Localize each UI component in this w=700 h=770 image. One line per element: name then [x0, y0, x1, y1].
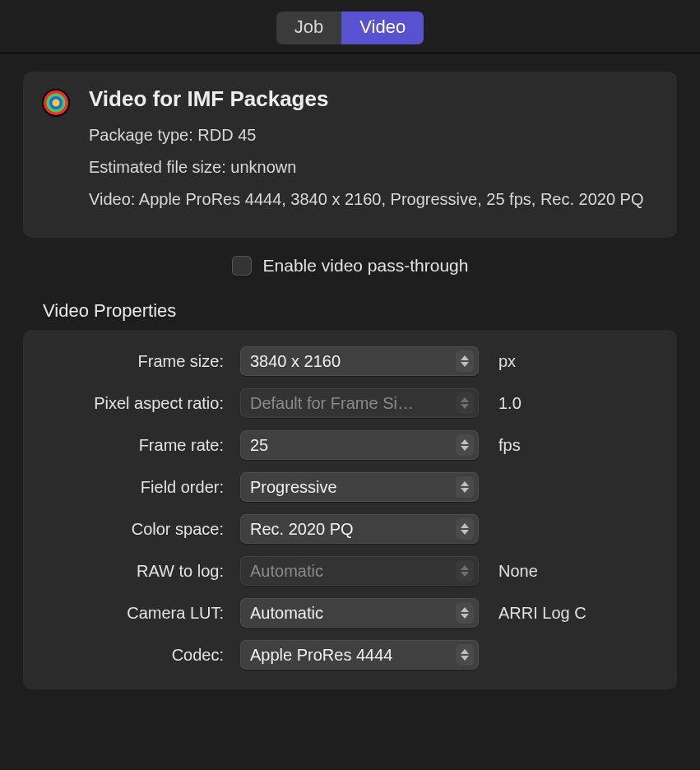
svg-point-4	[53, 100, 60, 107]
summary-video: Video: Apple ProRes 4444, 3840 x 2160, P…	[89, 188, 644, 211]
suffix-camera-lut: ARRI Log C	[495, 604, 659, 623]
row-camera-lut: Camera LUT: Automatic ARRI Log C	[41, 598, 659, 628]
label-camera-lut: Camera LUT:	[41, 604, 224, 623]
chevron-up-down-icon	[456, 560, 474, 582]
select-field-order[interactable]: Progressive	[240, 472, 479, 502]
row-raw-to-log: RAW to log: Automatic None	[41, 556, 659, 586]
tab-job[interactable]: Job	[276, 12, 341, 44]
tab-bar: Job Video	[0, 0, 700, 53]
label-pixel-aspect: Pixel aspect ratio:	[41, 394, 224, 413]
select-frame-size[interactable]: 3840 x 2160	[240, 346, 479, 376]
chevron-up-down-icon	[456, 476, 474, 498]
summary-package-type: Package type: RDD 45	[89, 123, 644, 147]
chevron-up-down-icon	[456, 350, 474, 372]
suffix-pixel-aspect: 1.0	[495, 394, 659, 413]
select-color-space[interactable]: Rec. 2020 PQ	[240, 514, 479, 544]
label-field-order: Field order:	[41, 478, 224, 497]
select-frame-rate[interactable]: 25	[240, 430, 479, 460]
preset-target-icon	[41, 88, 71, 118]
select-codec[interactable]: Apple ProRes 4444	[240, 640, 479, 670]
summary-title: Video for IMF Packages	[89, 86, 644, 112]
passthrough-label: Enable video pass-through	[263, 256, 469, 276]
chevron-up-down-icon	[456, 644, 474, 666]
summary-box: Video for IMF Packages Package type: RDD…	[23, 72, 677, 238]
row-pixel-aspect: Pixel aspect ratio: Default for Frame Si…	[41, 388, 659, 418]
label-codec: Codec:	[41, 646, 224, 665]
select-camera-lut[interactable]: Automatic	[240, 598, 479, 628]
row-color-space: Color space: Rec. 2020 PQ	[41, 514, 659, 544]
passthrough-row: Enable video pass-through	[23, 256, 677, 276]
summary-text: Video for IMF Packages Package type: RDD…	[89, 86, 644, 220]
chevron-up-down-icon	[456, 434, 474, 456]
select-raw-to-log: Automatic	[240, 556, 479, 586]
label-raw-to-log: RAW to log:	[41, 562, 224, 581]
chevron-up-down-icon	[456, 518, 474, 540]
chevron-up-down-icon	[456, 392, 474, 414]
chevron-up-down-icon	[456, 602, 474, 624]
tab-video[interactable]: Video	[341, 12, 424, 44]
label-frame-rate: Frame rate:	[41, 436, 224, 455]
label-color-space: Color space:	[41, 520, 224, 539]
suffix-frame-size: px	[495, 352, 659, 371]
row-codec: Codec: Apple ProRes 4444	[41, 640, 659, 670]
row-field-order: Field order: Progressive	[41, 472, 659, 502]
segmented-control: Job Video	[276, 12, 424, 44]
passthrough-checkbox[interactable]	[232, 256, 252, 276]
row-frame-size: Frame size: 3840 x 2160 px	[41, 346, 659, 376]
suffix-raw-to-log: None	[495, 562, 659, 581]
row-frame-rate: Frame rate: 25 fps	[41, 430, 659, 460]
video-properties-panel: Frame size: 3840 x 2160 px Pixel aspect …	[23, 330, 677, 689]
label-frame-size: Frame size:	[41, 352, 224, 371]
suffix-frame-rate: fps	[495, 436, 659, 455]
section-title-video-properties: Video Properties	[43, 300, 677, 322]
select-pixel-aspect: Default for Frame Si…	[240, 388, 479, 418]
summary-est-size: Estimated file size: unknown	[89, 155, 644, 179]
